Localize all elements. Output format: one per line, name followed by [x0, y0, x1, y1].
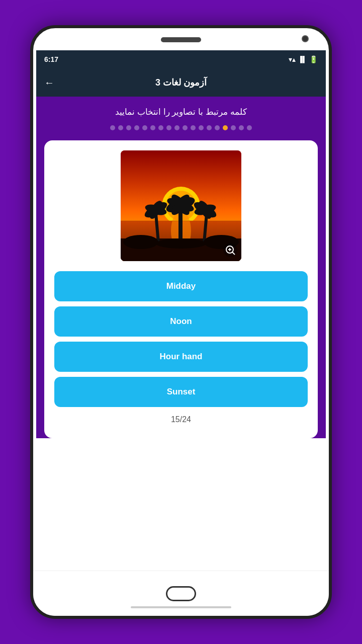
dot-15-active [223, 125, 228, 130]
dot-4 [134, 125, 139, 130]
signal-icon: ▐▌ [298, 56, 307, 63]
status-bar: 6:17 ▾▴ ▐▌ 🔋 [36, 50, 326, 68]
question-text: کلمه مرتبط با تصاویر را انتخاب نمایید [46, 107, 316, 117]
dot-18 [247, 125, 252, 130]
dot-13 [207, 125, 212, 130]
dot-3 [126, 125, 131, 130]
svg-point-22 [156, 238, 206, 249]
phone-home-area [33, 571, 329, 616]
answer-buttons: Midday Noon Hour hand Sunset [54, 271, 308, 407]
svg-line-24 [232, 252, 235, 255]
dot-5 [142, 125, 147, 130]
svg-point-20 [123, 235, 158, 249]
home-button[interactable] [166, 586, 196, 601]
phone-camera [302, 35, 309, 42]
page-counter: 15/24 [54, 415, 308, 428]
wifi-icon: ▾▴ [289, 55, 296, 63]
phone-frame: 6:17 ▾▴ ▐▌ 🔋 ← آزمون لغات 3 کلمه مرتبط ب… [30, 25, 332, 619]
phone-speaker [161, 37, 201, 42]
dot-10 [183, 125, 188, 130]
app-header: ← آزمون لغات 3 [36, 68, 326, 97]
phone-screen: 6:17 ▾▴ ▐▌ 🔋 ← آزمون لغات 3 کلمه مرتبط ب… [36, 50, 326, 571]
dot-2 [118, 125, 123, 130]
dot-17 [239, 125, 244, 130]
dot-8 [166, 125, 171, 130]
quiz-card: Midday Noon Hour hand Sunset 15/24 [44, 140, 318, 438]
dot-1 [110, 125, 115, 130]
answer-btn-1[interactable]: Midday [54, 271, 308, 301]
dot-14 [215, 125, 220, 130]
content-area: کلمه مرتبط با تصاویر را انتخاب نمایید [36, 97, 326, 438]
quiz-image [121, 150, 241, 261]
dot-6 [150, 125, 155, 130]
battery-icon: 🔋 [309, 55, 318, 63]
progress-dots [46, 125, 316, 130]
app-title: آزمون لغات 3 [155, 77, 207, 88]
answer-btn-3[interactable]: Hour hand [54, 342, 308, 372]
dot-7 [158, 125, 163, 130]
back-button[interactable]: ← [44, 77, 54, 89]
answer-btn-2[interactable]: Noon [54, 306, 308, 337]
status-icons: ▾▴ ▐▌ 🔋 [289, 55, 318, 63]
zoom-icon[interactable] [223, 243, 237, 257]
dot-16 [231, 125, 236, 130]
dot-12 [199, 125, 204, 130]
dot-9 [174, 125, 179, 130]
scroll-bar [131, 606, 231, 608]
status-time: 6:17 [44, 55, 58, 63]
dot-11 [191, 125, 196, 130]
answer-btn-4[interactable]: Sunset [54, 377, 308, 407]
